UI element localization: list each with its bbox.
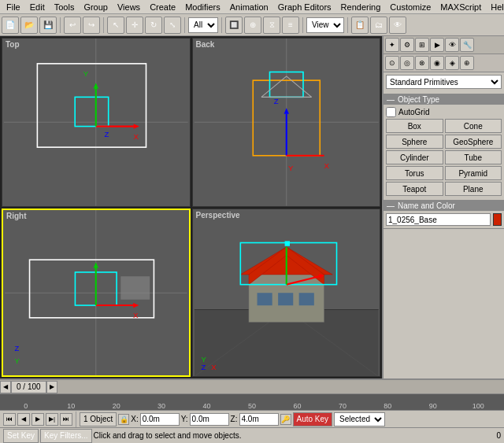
timeline-next-arrow[interactable]: ▶ — [46, 381, 57, 393]
sphere-button[interactable]: Sphere — [386, 135, 443, 149]
menu-group[interactable]: Group — [79, 0, 113, 13]
menu-maxscript[interactable]: MAXScript — [435, 0, 486, 13]
timeline-scrubber: ◀ 0 / 100 ▶ — [0, 380, 504, 394]
svg-marker-5 — [134, 124, 139, 128]
toolbar-sep-5 — [302, 17, 303, 33]
x-value-input[interactable] — [140, 413, 180, 426]
rp-icon-b[interactable]: ◎ — [400, 56, 414, 70]
viewport-top-scene: X Y Z — [2, 39, 190, 206]
display-button[interactable]: 👁 — [389, 17, 406, 34]
playback-play[interactable]: ▶ — [32, 413, 44, 426]
rp-icon-a[interactable]: ⊙ — [385, 56, 399, 70]
undo-button[interactable]: ↩ — [64, 17, 81, 34]
menu-file[interactable]: File — [2, 0, 25, 13]
btn-row-4: Torus Pyramid — [386, 166, 502, 180]
playback-prev-frame[interactable]: ◀ — [17, 413, 30, 426]
new-button[interactable]: 📄 — [2, 17, 19, 34]
rp-icon-modify[interactable]: ⚙ — [400, 38, 414, 52]
svg-text:Y: Y — [83, 69, 89, 78]
rp-icon-c[interactable]: ⊗ — [415, 56, 429, 70]
rp-icon-create[interactable]: ✦ — [385, 38, 399, 52]
viewport-perspective[interactable]: Perspective — [192, 209, 381, 378]
key-icon[interactable]: 🔑 — [280, 414, 291, 425]
set-key-button[interactable]: Set Key — [3, 429, 39, 443]
menu-graph-editors[interactable]: Graph Editors — [273, 0, 336, 13]
main-layout: Top X Y Z Back — [0, 36, 504, 378]
timeline-position[interactable]: 0 / 100 — [11, 381, 46, 393]
menu-create[interactable]: Create — [145, 0, 180, 13]
rp-icon-e[interactable]: ◈ — [445, 56, 459, 70]
menu-rendering[interactable]: Rendering — [336, 0, 386, 13]
torus-button[interactable]: Torus — [386, 166, 443, 180]
status-text: Click and drag to select and move object… — [94, 431, 495, 440]
object-name-input[interactable] — [386, 213, 491, 226]
rp-icon-d[interactable]: ◉ — [430, 56, 444, 70]
viewport-perspective-label: Perspective — [196, 211, 240, 220]
align-button[interactable]: ≡ — [282, 17, 299, 34]
menu-help[interactable]: Help — [486, 0, 504, 13]
geosphere-button[interactable]: GeoSphere — [445, 135, 502, 149]
x-label: X: — [131, 415, 138, 423]
z-value-input[interactable] — [239, 413, 279, 426]
toolbar-sep-4 — [221, 17, 222, 33]
viewport-top-label: Top — [6, 40, 20, 49]
menu-tools[interactable]: Tools — [50, 0, 80, 13]
named-sel-button[interactable]: 📋 — [351, 17, 369, 34]
svg-text:Z: Z — [104, 130, 109, 138]
snap-options[interactable]: ⊕ — [244, 17, 261, 34]
timeline-prev-arrow[interactable]: ◀ — [0, 381, 11, 393]
selection-filter-dropdown[interactable]: All — [188, 17, 218, 33]
plane-button[interactable]: Plane — [445, 182, 502, 196]
rp-icon-display[interactable]: 👁 — [445, 38, 459, 52]
menu-animation[interactable]: Animation — [225, 0, 273, 13]
auto-key-button[interactable]: Auto Key — [293, 412, 333, 426]
box-button[interactable]: Box — [386, 119, 443, 133]
snap-toggle[interactable]: 🔲 — [225, 17, 243, 34]
teapot-button[interactable]: Teapot — [386, 182, 443, 196]
menu-customize[interactable]: Customize — [385, 0, 435, 13]
move-button[interactable]: ✛ — [126, 17, 143, 34]
menu-bar: File Edit Tools Group Views Create Modif… — [0, 0, 504, 14]
viewport-top[interactable]: Top X Y Z — [2, 38, 191, 207]
mirror-button[interactable]: ⧖ — [263, 17, 280, 34]
timeline-track[interactable]: 0 10 20 30 40 50 60 70 80 90 100 — [0, 394, 504, 410]
key-filters-button[interactable]: Key Filters... — [40, 429, 92, 443]
playback-end[interactable]: ⏭ — [60, 413, 72, 426]
playback-begin[interactable]: ⏮ — [3, 413, 16, 426]
cylinder-button[interactable]: Cylinder — [386, 150, 443, 164]
select-button[interactable]: ↖ — [107, 17, 124, 34]
selected-dropdown[interactable]: Selected — [334, 412, 385, 426]
svg-text:Z: Z — [201, 363, 206, 371]
rp-icon-motion[interactable]: ▶ — [430, 38, 444, 52]
viewport-back[interactable]: Back X Z Y — [192, 38, 381, 207]
view-dropdown[interactable]: View — [306, 17, 344, 33]
scale-button[interactable]: ⤡ — [164, 17, 181, 34]
status-sep-1 — [76, 412, 76, 427]
rp-icon-hierarchy[interactable]: ⊞ — [415, 38, 429, 52]
viewport-right[interactable]: Right X Z Y — [2, 209, 191, 378]
tube-button[interactable]: Tube — [445, 150, 502, 164]
btn-row-3: Cylinder Tube — [386, 150, 502, 164]
section-minus-icon: — — [387, 95, 395, 104]
color-swatch[interactable] — [493, 213, 502, 226]
svg-line-16 — [286, 76, 311, 98]
redo-button[interactable]: ↪ — [83, 17, 100, 34]
cone-button[interactable]: Cone — [445, 119, 502, 133]
rp-icon-utilities[interactable]: 🔧 — [460, 38, 474, 52]
rp-icon-f[interactable]: ⊕ — [460, 56, 474, 70]
autogrid-checkbox[interactable] — [386, 107, 396, 117]
save-button[interactable]: 💾 — [39, 17, 57, 34]
playback-next-frame[interactable]: ▶| — [46, 413, 58, 426]
lock-icon[interactable]: 🔒 — [118, 414, 129, 425]
menu-views[interactable]: Views — [113, 0, 145, 13]
layer-button[interactable]: 🗂 — [370, 17, 387, 34]
menu-edit[interactable]: Edit — [25, 0, 50, 13]
menu-modifiers[interactable]: Modifiers — [180, 0, 225, 13]
tick-4: 40 — [184, 402, 229, 410]
rotate-button[interactable]: ↻ — [145, 17, 162, 34]
open-button[interactable]: 📂 — [20, 17, 38, 34]
pyramid-button[interactable]: Pyramid — [445, 166, 502, 180]
svg-rect-2 — [37, 64, 146, 147]
primitives-dropdown[interactable]: Standard Primitives — [386, 75, 502, 89]
y-value-input[interactable] — [190, 413, 229, 426]
